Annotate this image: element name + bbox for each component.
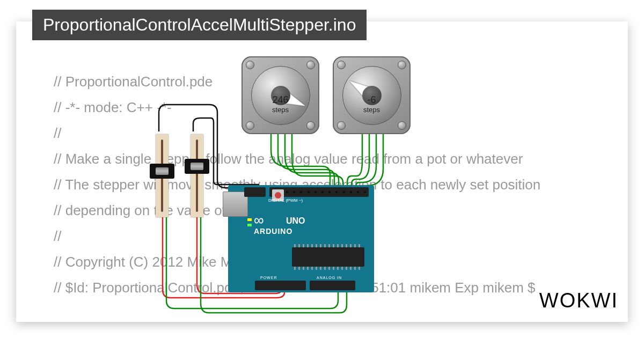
board-brand-label: ARDUINO <box>254 227 292 236</box>
mount-hole-icon <box>246 121 254 130</box>
mount-hole-icon <box>337 61 346 69</box>
analog-label: ANALOG IN <box>317 276 342 280</box>
mount-hole-icon <box>398 61 406 69</box>
stepper2-steps-label: steps <box>363 106 380 114</box>
pin-header-analog[interactable] <box>310 281 355 290</box>
stepper2-steps-value: -6 <box>367 95 376 105</box>
mount-hole-icon <box>306 121 315 130</box>
board-name-label: UNO <box>286 216 305 226</box>
circuit-diagram[interactable]: 246 steps -6 steps <box>137 54 523 327</box>
pin-header-power[interactable] <box>255 281 306 290</box>
power-label: POWER <box>260 276 277 280</box>
mount-hole-icon <box>246 61 254 69</box>
pot-knob[interactable] <box>185 159 209 174</box>
mount-hole-icon <box>306 61 315 69</box>
slide-pot-1[interactable] <box>156 134 169 217</box>
project-card: // ProportionalControl.pde // -*- mode: … <box>16 21 628 322</box>
mount-hole-icon <box>398 121 406 130</box>
mount-hole-icon <box>337 121 346 130</box>
pot-knob[interactable] <box>150 164 174 179</box>
wokwi-logo: WOKWI <box>539 289 618 312</box>
arduino-uno-board[interactable]: ∞ UNO ARDUINO DIGITAL (PWM ~) POWER ANAL… <box>228 185 374 292</box>
mcu-chip-icon <box>292 247 364 267</box>
stepper1-steps-label: steps <box>272 106 289 114</box>
stepper-motor-1[interactable]: 246 steps <box>241 56 319 134</box>
rx-led-icon <box>247 224 252 226</box>
tx-led-icon <box>247 218 252 221</box>
stepper1-steps-value: 246 <box>272 95 288 105</box>
digital-label: DIGITAL (PWM ~) <box>268 198 303 203</box>
pin-header[interactable] <box>244 187 266 197</box>
pot-track <box>196 139 198 212</box>
file-title: ProportionalControlAccelMultiStepper.ino <box>32 10 367 40</box>
pin-header-digital[interactable] <box>269 187 369 197</box>
slide-pot-2[interactable] <box>191 134 203 217</box>
stepper-motor-2[interactable]: -6 steps <box>333 56 411 134</box>
arduino-logo-icon: ∞ <box>254 212 264 229</box>
